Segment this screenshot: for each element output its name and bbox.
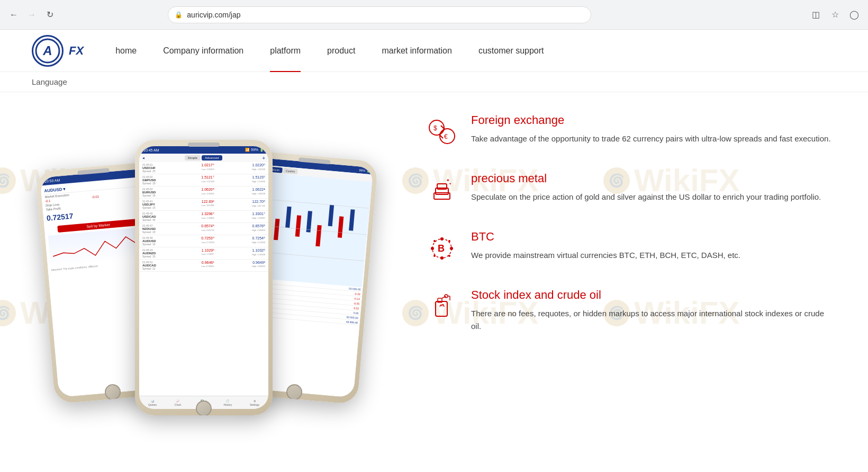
phone-center-notch — [188, 143, 220, 147]
back-button[interactable]: ← — [6, 7, 21, 22]
main-content: 10:50 AM AUDUSD▼ Market Execution -0.1 -… — [0, 92, 868, 472]
svg-rect-36 — [436, 301, 447, 316]
phones-wrapper: 10:50 AM AUDUSD▼ Market Execution -0.1 -… — [34, 113, 378, 472]
quote-rows: 01:45:51 USDCHF Spread: 25 1.0217⁵ Low: … — [139, 162, 268, 272]
quote-row: 01:45:41 USDJPY Spread: 15 122.69³ Low: … — [139, 199, 268, 211]
logo[interactable]: A FX — [32, 35, 84, 67]
svg-line-9 — [318, 225, 319, 246]
translate-button[interactable]: ◫ — [809, 7, 824, 22]
quote-row: 01:45:51 AUDCAD Spread: 31 0.9646¹ Low: … — [139, 260, 268, 272]
features-section: $ € Foreign exchange Take advantage of t… — [413, 92, 868, 472]
nav-platform[interactable]: platform — [270, 42, 301, 60]
phone-center-home — [196, 400, 212, 415]
metal-icon: ✦ ✦ ✦ — [423, 172, 460, 209]
stock-icon — [423, 288, 460, 325]
quote-row: 01:45:49 AUDUSD Spread: 16 0.7253⁰ Low: … — [139, 235, 268, 247]
add-icon[interactable]: + — [262, 155, 265, 161]
tab-advanced[interactable]: Advanced — [202, 155, 222, 161]
footer-settings: ⚙Settings — [250, 399, 259, 406]
svg-line-11 — [340, 217, 341, 238]
sub-nav: Language — [0, 72, 868, 92]
screen-center-header: 10:45 AM 📶 99% 🔋 — [139, 146, 268, 154]
browser-actions: ◫ ☆ ◯ — [809, 7, 862, 22]
svg-text:A: A — [42, 43, 52, 58]
reload-button[interactable]: ↻ — [42, 7, 57, 22]
phone-center-screen: 10:45 AM 📶 99% 🔋 ◀ Simple Advanced + — [139, 146, 268, 409]
tab-custom[interactable]: Custom — [283, 168, 298, 174]
screen-center-content: 10:45 AM 📶 99% 🔋 ◀ Simple Advanced + — [139, 146, 268, 409]
forex-content: Foreign exchange Take advantage of the o… — [471, 113, 836, 145]
center-time: 10:45 AM — [143, 148, 159, 152]
tab-simple[interactable]: Simple — [185, 155, 201, 161]
site-header: A FX home Company information platform p… — [0, 30, 868, 72]
btc-icon: B — [423, 230, 460, 267]
metal-content: precious metal Speculate on the price ac… — [471, 172, 836, 203]
nav-home[interactable]: home — [115, 42, 137, 60]
logo-icon: A — [32, 35, 64, 67]
svg-text:✦: ✦ — [449, 182, 451, 185]
browser-chrome: ← → ↻ 🔒 auricvip.com/jap ◫ ☆ ◯ — [0, 0, 868, 30]
svg-line-10 — [330, 205, 332, 226]
btc-content: BTC We provide mainstream virtual curren… — [471, 230, 836, 262]
nav-market[interactable]: market information — [382, 42, 452, 60]
website: 🌀 WikiFX 🌀 WikiFX 🌀 WikiFX 🌀 WikiFX 🌀 Wi… — [0, 30, 868, 472]
nav-product[interactable]: product — [327, 42, 355, 60]
feature-forex: $ € Foreign exchange Take advantage of t… — [423, 113, 836, 150]
quote-row: 01:45:47 NZDUSD Spread: 20 0.6574⁸ Low: … — [139, 223, 268, 235]
forward-button[interactable]: → — [24, 7, 39, 22]
svg-point-33 — [433, 240, 436, 242]
quote-row: 01:45:51 USDCHF Spread: 25 1.0217⁵ Low: … — [139, 162, 268, 174]
svg-point-30 — [431, 247, 434, 250]
security-icon: 🔒 — [175, 11, 183, 19]
sub-nav-language[interactable]: Language — [32, 77, 67, 86]
tab-button[interactable]: ◯ — [847, 7, 862, 22]
stock-content: Stock index and crude oil There are no f… — [471, 288, 836, 333]
phone-center: 10:45 AM 📶 99% 🔋 ◀ Simple Advanced + — [135, 140, 273, 415]
svg-line-12 — [351, 209, 352, 230]
svg-rect-20 — [434, 193, 450, 199]
svg-point-32 — [448, 255, 450, 257]
footer-chart: 📈Chart — [175, 399, 181, 406]
svg-line-7 — [297, 216, 299, 237]
btc-desc: We provide mainstream virtual currencies… — [471, 249, 836, 262]
quote-row: 01:45:52 EURUSD Spread: 16 1.0620⁸ Low: … — [139, 186, 268, 199]
stock-desc: There are no fees, requotes, or hidden m… — [471, 307, 836, 333]
bookmark-button[interactable]: ☆ — [828, 7, 843, 22]
stock-title: Stock index and crude oil — [471, 288, 836, 302]
metal-desc: Speculate on the price action of gold an… — [471, 191, 836, 203]
svg-text:B: B — [438, 243, 445, 254]
feature-stock: Stock index and crude oil There are no f… — [423, 288, 836, 333]
svg-line-5 — [276, 219, 277, 240]
feature-metal: ✦ ✦ ✦ precious metal Speculate on the pr… — [423, 172, 836, 209]
nav-support[interactable]: customer support — [478, 42, 544, 60]
svg-text:$: $ — [433, 124, 437, 132]
svg-line-6 — [287, 207, 289, 228]
footer-quotes: 📊Quotes — [148, 399, 157, 406]
logo-text: FX — [69, 44, 84, 58]
quote-row: 01:45:43 AUDNZD Spread: 33 1.1029³ Low: … — [139, 247, 268, 260]
quote-row: 01:45:52 GBPUSD Spread: 18 1.5121⁷ Low: … — [139, 174, 268, 186]
svg-point-34 — [433, 255, 436, 257]
svg-text:€: € — [444, 133, 448, 140]
forex-title: Foreign exchange — [471, 113, 836, 127]
main-nav: home Company information platform produc… — [115, 42, 836, 60]
nav-company[interactable]: Company information — [163, 42, 243, 60]
feature-btc: B BTC We provide mainstream virtual curr… — [423, 230, 836, 267]
forex-desc: Take advantage of the opportunity to tra… — [471, 132, 836, 145]
svg-point-27 — [440, 237, 444, 241]
svg-line-8 — [308, 211, 310, 232]
quote-row: 01:45:40 USDCAD Spread: 30 1.3298⁷ Low: … — [139, 211, 268, 223]
svg-point-29 — [440, 256, 444, 260]
svg-text:✦: ✦ — [445, 182, 447, 185]
svg-point-31 — [448, 240, 450, 242]
phone-section: 10:50 AM AUDUSD▼ Market Execution -0.1 -… — [0, 92, 413, 472]
forex-icon: $ € — [423, 113, 460, 150]
url-text: auricvip.com/jap — [187, 11, 240, 19]
footer-history: 🕐History — [224, 399, 232, 406]
browser-nav-buttons: ← → ↻ — [6, 7, 57, 22]
phone-left-time: 10:50 AM — [44, 178, 60, 183]
btc-title: BTC — [471, 230, 836, 244]
svg-point-28 — [450, 247, 453, 250]
address-bar[interactable]: 🔒 auricvip.com/jap — [168, 6, 591, 23]
metal-title: precious metal — [471, 172, 836, 185]
